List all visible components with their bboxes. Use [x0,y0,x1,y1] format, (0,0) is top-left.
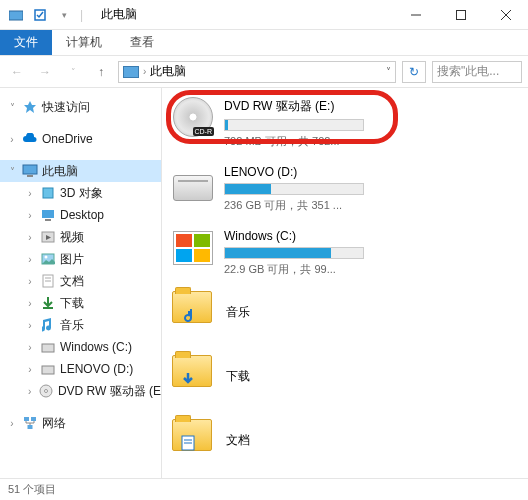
folder-name: 音乐 [226,304,250,321]
drive-item[interactable]: LENOVO (D:)236 GB 可用，共 351 ... [172,163,528,213]
svg-rect-19 [43,307,53,309]
minimize-button[interactable] [393,0,438,30]
chevron-right-icon[interactable]: › [24,364,36,375]
chevron-right-icon[interactable]: › [24,232,36,243]
sidebar-item[interactable]: ›LENOVO (D:) [0,358,161,380]
chevron-right-icon: › [143,66,146,77]
svg-point-23 [45,390,48,393]
chevron-right-icon[interactable]: › [24,210,36,221]
item-icon [40,251,56,267]
cloud-icon [22,131,38,147]
item-icon [40,185,56,201]
svg-rect-0 [9,11,23,20]
svg-rect-25 [31,417,36,421]
nav-history-dropdown[interactable]: ˅ [62,61,84,83]
nav-up-button[interactable]: ↑ [90,61,112,83]
network-icon [22,415,38,431]
svg-rect-20 [42,344,54,352]
item-icon [40,317,56,333]
item-icon [40,361,56,377]
sidebar-item-label: Desktop [60,208,104,222]
sidebar-quick-access[interactable]: ˅ 快速访问 [0,96,161,118]
search-input[interactable]: 搜索"此电... [432,61,522,83]
folder-icon [172,355,212,387]
sidebar-item[interactable]: ›Desktop [0,204,161,226]
qat-dropdown-icon[interactable]: ▾ [56,7,72,23]
chevron-right-icon[interactable]: › [24,298,36,309]
sidebar-item[interactable]: ›3D 对象 [0,182,161,204]
drive-item[interactable]: DVD RW 驱动器 (E:)702 MB 可用，共 702... [172,96,528,149]
sidebar-item-label: 3D 对象 [60,185,103,202]
sidebar-item[interactable]: ›音乐 [0,314,161,336]
nav-forward-button[interactable]: → [34,61,56,83]
chevron-down-icon[interactable]: ˅ [6,166,18,177]
chevron-right-icon[interactable]: › [24,254,36,265]
item-icon [40,295,56,311]
svg-rect-9 [43,188,53,198]
folder-name: 下载 [226,368,250,385]
drive-status: 236 GB 可用，共 351 ... [224,198,528,213]
sidebar-item-label: 音乐 [60,317,84,334]
chevron-right-icon[interactable]: › [6,134,18,145]
chevron-right-icon[interactable]: › [24,342,36,353]
svg-point-15 [45,256,48,259]
sidebar-item[interactable]: ›文档 [0,270,161,292]
system-menu-icon[interactable] [8,7,24,23]
sidebar-item[interactable]: ›视频 [0,226,161,248]
chevron-right-icon[interactable]: › [24,386,35,397]
address-box[interactable]: › 此电脑 ˅ [118,61,396,83]
svg-marker-6 [24,101,36,113]
sidebar-onedrive[interactable]: › OneDrive [0,128,161,150]
sidebar-network[interactable]: › 网络 [0,412,161,434]
properties-icon[interactable] [32,7,48,23]
nav-back-button[interactable]: ← [6,61,28,83]
tab-view[interactable]: 查看 [116,30,168,55]
maximize-button[interactable] [438,0,483,30]
capacity-bar [224,183,364,195]
chevron-right-icon[interactable]: › [24,320,36,331]
sidebar-item[interactable]: ›DVD RW 驱动器 (E [0,380,161,402]
windows-drive-icon [173,231,213,265]
item-icon [40,339,56,355]
item-icon [40,207,56,223]
tab-computer[interactable]: 计算机 [52,30,116,55]
svg-rect-24 [24,417,29,421]
star-icon [22,99,38,115]
window-title: 此电脑 [101,6,137,23]
chevron-right-icon[interactable]: › [6,418,18,429]
chevron-right-icon[interactable]: › [24,188,36,199]
refresh-button[interactable]: ↻ [402,61,426,83]
item-icon [40,273,56,289]
folder-item[interactable]: 下载 [172,355,528,397]
sidebar-item[interactable]: ›图片 [0,248,161,270]
drive-name: Windows (C:) [224,229,528,243]
folder-item[interactable]: 文档 [172,419,528,461]
sidebar-this-pc[interactable]: ˅ 此电脑 [0,160,161,182]
ribbon: 文件 计算机 查看 [0,30,528,56]
sidebar-item-label: DVD RW 驱动器 (E [58,383,161,400]
status-text: 51 个项目 [8,482,56,497]
item-icon [40,229,56,245]
breadcrumb[interactable]: 此电脑 [150,63,186,80]
sidebar-item[interactable]: ›Windows (C:) [0,336,161,358]
address-bar: ← → ˅ ↑ › 此电脑 ˅ ↻ 搜索"此电... [0,56,528,88]
sidebar-item-label: 下载 [60,295,84,312]
sidebar-item[interactable]: ›下载 [0,292,161,314]
chevron-right-icon[interactable]: › [24,276,36,287]
chevron-down-icon[interactable]: ˅ [6,102,18,113]
sidebar-item-label: 图片 [60,251,84,268]
sidebar: ˅ 快速访问 › OneDrive ˅ 此电脑 ›3D 对象›Desktop›视… [0,88,162,478]
folder-item[interactable]: 音乐 [172,291,528,333]
sidebar-label: 网络 [42,415,66,432]
sidebar-item-label: 文档 [60,273,84,290]
svg-rect-3 [456,10,465,19]
hdd-icon [173,175,213,201]
tab-file[interactable]: 文件 [0,30,52,55]
close-button[interactable] [483,0,528,30]
drive-name: DVD RW 驱动器 (E:) [224,98,528,115]
disc-icon [173,97,213,137]
folder-name: 文档 [226,432,250,449]
drive-item[interactable]: Windows (C:)22.9 GB 可用，共 99... [172,227,528,277]
sidebar-item-label: LENOVO (D:) [60,362,133,376]
address-dropdown-icon[interactable]: ˅ [386,66,391,77]
